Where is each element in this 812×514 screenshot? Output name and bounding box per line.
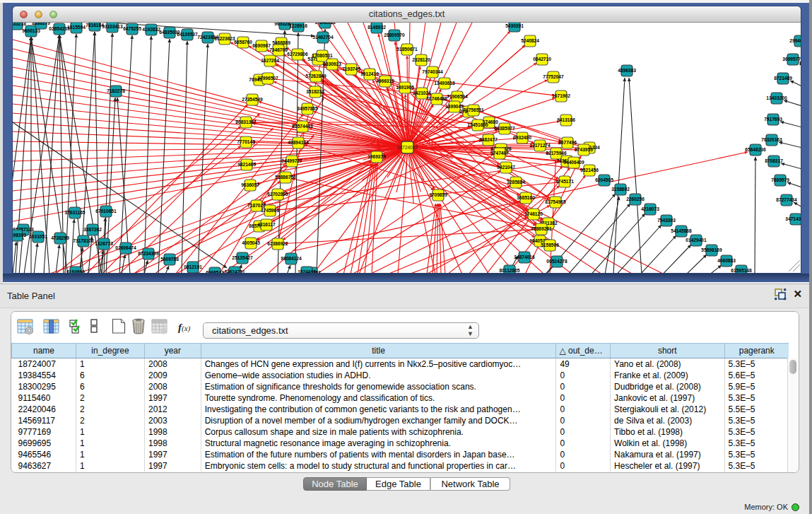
svg-text:1969379: 1969379 <box>367 154 386 159</box>
svg-text:8148932: 8148932 <box>367 25 386 30</box>
svg-text:13493618: 13493618 <box>434 81 455 86</box>
svg-text:0330923: 0330923 <box>323 62 341 66</box>
svg-text:81754965: 81754965 <box>545 199 566 204</box>
svg-text:4738299: 4738299 <box>51 235 69 240</box>
svg-text:79740344: 79740344 <box>422 69 443 74</box>
svg-text:25135427: 25135427 <box>232 255 253 260</box>
svg-text:28809570: 28809570 <box>384 33 405 37</box>
svg-text:0812191: 0812191 <box>184 264 202 269</box>
svg-text:4745171: 4745171 <box>555 179 574 184</box>
svg-text:7346706: 7346706 <box>269 47 288 52</box>
svg-text:7816184: 7816184 <box>86 23 104 28</box>
svg-text:34714345: 34714345 <box>785 216 801 221</box>
svg-text:6475255: 6475255 <box>123 26 141 31</box>
svg-text:1745961: 1745961 <box>261 208 279 213</box>
svg-text:8708317: 8708317 <box>765 158 783 163</box>
svg-text:01429401: 01429401 <box>686 238 707 243</box>
svg-text:87234309: 87234309 <box>138 251 159 256</box>
svg-text:75869261: 75869261 <box>531 226 552 231</box>
svg-text:4005045: 4005045 <box>242 240 260 245</box>
svg-text:6690967: 6690967 <box>252 43 271 48</box>
svg-text:9413186: 9413186 <box>557 117 575 122</box>
svg-text:00524278: 00524278 <box>546 259 567 264</box>
svg-text:71906594: 71906594 <box>447 94 468 99</box>
svg-text:57262849: 57262849 <box>305 74 326 78</box>
svg-text:5158506: 5158506 <box>541 243 559 247</box>
svg-text:93103413: 93103413 <box>102 24 123 29</box>
svg-text:4060883: 4060883 <box>717 258 736 263</box>
svg-text:2260256: 2260256 <box>626 197 645 201</box>
svg-text:7543303: 7543303 <box>657 218 676 223</box>
svg-text:60385977: 60385977 <box>494 126 515 131</box>
svg-text:34874016: 34874016 <box>514 255 535 259</box>
svg-text:7770143: 7770143 <box>237 139 255 144</box>
svg-text:3709859: 3709859 <box>429 192 447 197</box>
svg-text:4896383: 4896383 <box>618 68 636 73</box>
svg-text:7917693: 7917693 <box>764 117 782 122</box>
svg-text:04499727: 04499727 <box>281 158 302 163</box>
svg-text:5098393: 5098393 <box>13 233 26 238</box>
svg-text:9912419: 9912419 <box>360 71 379 76</box>
svg-text:6658760: 6658760 <box>234 40 252 45</box>
svg-text:49894134: 49894134 <box>288 140 309 145</box>
svg-text:8386379: 8386379 <box>32 23 50 25</box>
svg-text:5009788: 5009788 <box>160 257 179 262</box>
svg-text:02606474: 02606474 <box>115 245 136 250</box>
svg-text:9636057: 9636057 <box>241 182 259 187</box>
svg-text:7187026: 7187026 <box>247 203 266 208</box>
svg-text:1399049: 1399049 <box>445 104 464 109</box>
svg-text:3285884: 3285884 <box>507 180 525 185</box>
svg-text:1746120: 1746120 <box>524 211 543 216</box>
svg-text:13171274: 13171274 <box>529 143 551 148</box>
svg-text:4966319: 4966319 <box>376 78 394 83</box>
svg-text:8677496: 8677496 <box>558 140 577 145</box>
svg-text:6998543: 6998543 <box>206 270 224 274</box>
svg-text:1031051: 1031051 <box>29 234 47 239</box>
svg-text:3518233: 3518233 <box>306 89 324 94</box>
svg-text:1671902: 1671902 <box>552 93 570 98</box>
svg-text:17080531: 17080531 <box>312 53 333 58</box>
svg-text:62386922: 62386922 <box>267 241 288 246</box>
svg-text:51850671: 51850671 <box>396 47 418 52</box>
svg-text:80831367: 80831367 <box>235 119 257 124</box>
svg-text:87277434: 87277434 <box>776 197 797 202</box>
svg-text:82175946: 82175946 <box>546 151 567 156</box>
svg-text:3482477: 3482477 <box>479 137 498 142</box>
svg-text:55698169: 55698169 <box>701 247 722 252</box>
svg-text:7193745: 7193745 <box>342 66 360 71</box>
svg-text:73178108: 73178108 <box>73 238 94 243</box>
svg-text:76320163: 76320163 <box>761 137 782 142</box>
svg-text:3158692: 3158692 <box>611 187 630 192</box>
svg-text:3747407: 3747407 <box>490 151 509 156</box>
svg-text:71756551: 71756551 <box>463 107 484 112</box>
svg-text:6193990: 6193990 <box>66 269 85 274</box>
svg-text:37631165: 37631165 <box>65 210 86 215</box>
svg-text:9743953: 9743953 <box>575 147 593 152</box>
svg-text:67010651: 67010651 <box>95 209 117 214</box>
svg-text:62729806: 62729806 <box>287 52 308 57</box>
svg-text:85574443: 85574443 <box>292 124 313 129</box>
svg-text:4216073: 4216073 <box>641 206 659 211</box>
svg-text:5430391: 5430391 <box>505 23 524 28</box>
svg-text:65648236: 65648236 <box>745 147 766 152</box>
svg-text:9421047: 9421047 <box>497 165 515 170</box>
svg-text:18724007: 18724007 <box>397 145 418 150</box>
svg-text:97848018: 97848018 <box>314 23 336 25</box>
svg-text:37996507: 37996507 <box>257 76 278 81</box>
svg-text:2328120: 2328120 <box>412 57 430 62</box>
svg-text:7182278: 7182278 <box>107 88 125 93</box>
svg-text:55886753: 55886753 <box>275 175 296 180</box>
svg-text:0932480: 0932480 <box>513 135 531 140</box>
svg-text:0433218: 0433218 <box>13 23 26 26</box>
svg-text:8721489: 8721489 <box>774 76 792 81</box>
svg-text:4316117: 4316117 <box>257 222 276 227</box>
svg-text:64139537: 64139537 <box>177 32 198 37</box>
svg-text:29946804: 29946804 <box>789 38 801 43</box>
svg-text:36995777: 36995777 <box>782 57 801 62</box>
svg-text:71746488: 71746488 <box>426 96 447 101</box>
svg-text:15451680: 15451680 <box>467 122 488 127</box>
svg-text:1615594: 1615594 <box>67 25 86 30</box>
svg-text:6204505: 6204505 <box>595 177 613 182</box>
svg-text:81223623: 81223623 <box>214 36 235 41</box>
svg-text:13433200: 13433200 <box>766 95 787 100</box>
